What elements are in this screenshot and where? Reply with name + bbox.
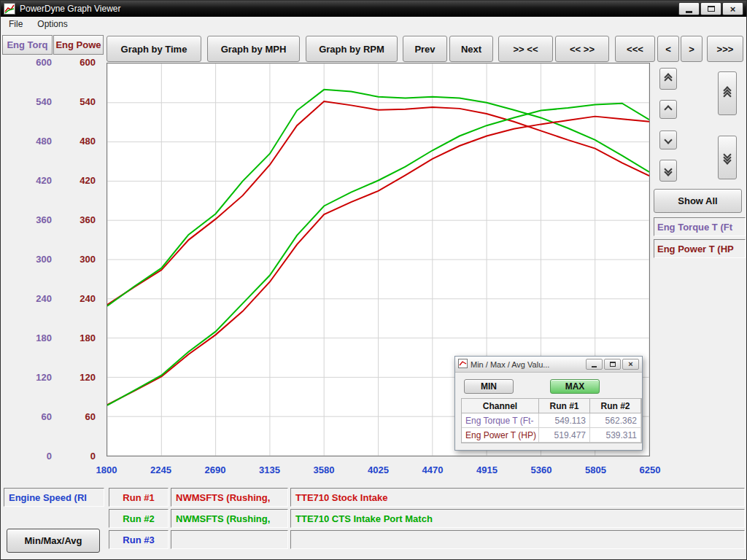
zoom-out-button[interactable]: << >> <box>555 36 609 62</box>
app-icon <box>4 3 15 15</box>
minimize-button[interactable] <box>678 2 700 15</box>
minmax-body: MIN MAX Channel Run #1 Run #2 Eng Torque… <box>455 373 642 450</box>
next-button[interactable]: Next <box>449 36 493 62</box>
restore-icon <box>610 362 616 367</box>
rpm-tick-label: 2690 <box>195 464 236 475</box>
torque-tick-label: 300 <box>1 254 52 265</box>
pan-first-button[interactable]: <<< <box>615 36 655 62</box>
rpm-tick-label: 4915 <box>467 464 508 475</box>
tab-eng-torque[interactable]: Eng Torq <box>2 35 53 55</box>
minmax-run2-value: 539.311 <box>590 428 641 443</box>
torque-tick-label: 60 <box>1 411 52 423</box>
caption-buttons: × <box>678 1 743 17</box>
run-1-label[interactable]: Run #1 <box>109 488 169 507</box>
power-tick-label: 300 <box>56 254 96 265</box>
menu-file[interactable]: File <box>7 18 25 30</box>
pan-last-button[interactable]: >>> <box>707 36 743 62</box>
power-tick-label: 480 <box>56 136 96 147</box>
run-3-source[interactable] <box>171 530 288 549</box>
run-2-description[interactable]: TTE710 CTS Intake Port Match <box>290 509 745 528</box>
power-tick-label: 0 <box>56 451 96 462</box>
run-1-source[interactable]: NWMSFTS (Rushing, <box>171 488 288 507</box>
column-header-run1: Run #1 <box>539 399 590 413</box>
rpm-axis-labels: 1800224526903135358040254470491553605805… <box>107 464 650 478</box>
rpm-tick-label: 5360 <box>521 464 562 475</box>
minimize-icon <box>592 366 597 368</box>
minmax-run1-value: 549.113 <box>539 413 590 428</box>
torque-tick-label: 0 <box>1 451 52 462</box>
rpm-tick-label: 3580 <box>303 464 344 475</box>
rpm-tick-label: 4025 <box>358 464 399 475</box>
zoom-in-button[interactable]: >> << <box>498 36 553 62</box>
power-tick-label: 600 <box>56 57 96 69</box>
power-tick-label: 240 <box>56 293 96 305</box>
maximize-icon <box>708 6 715 12</box>
minmax-window-title: Min / Max / Avg Valu... <box>471 360 586 369</box>
maximize-button[interactable] <box>700 2 721 15</box>
minmax-avg-button[interactable]: Min/Max/Avg <box>7 529 100 553</box>
minmax-window: Min / Max / Avg Valu... × MIN MAX Channe… <box>454 356 643 451</box>
rpm-tick-label: 6250 <box>630 464 670 475</box>
minmax-restore-button[interactable] <box>604 359 621 370</box>
minimize-icon <box>686 11 692 13</box>
run-2-label[interactable]: Run #2 <box>109 509 169 528</box>
menu-bar: File Options <box>1 17 746 31</box>
torque-channel-label[interactable]: Eng Torque T (Ft <box>654 217 746 236</box>
power-tick-label: 360 <box>56 214 96 226</box>
title-bar[interactable]: PowerDyne Graph Viewer × <box>1 1 746 17</box>
run-3-label[interactable]: Run #3 <box>109 530 169 549</box>
rpm-tick-label: 5805 <box>576 464 616 475</box>
pan-right-button[interactable]: > <box>681 36 703 62</box>
rpm-tick-label: 4470 <box>412 464 453 475</box>
torque-tick-label: 480 <box>1 136 52 147</box>
column-header-channel: Channel <box>462 399 539 413</box>
minmax-run1-value: 519.477 <box>539 428 590 443</box>
power-tick-label: 60 <box>56 411 96 423</box>
minmax-table-row: Eng Torque T (Ft-549.113562.362 <box>462 413 641 428</box>
x-axis-channel-field[interactable]: Engine Speed (RI <box>4 488 104 507</box>
graph-by-mph-button[interactable]: Graph by MPH <box>207 36 300 62</box>
minmax-run2-value: 562.362 <box>590 413 641 428</box>
torque-tick-label: 360 <box>1 214 52 226</box>
rpm-tick-label: 2245 <box>141 464 182 475</box>
run-2-source[interactable]: NWMSFTS (Rushing, <box>171 509 288 528</box>
close-button[interactable]: × <box>722 2 743 15</box>
run-3-description[interactable] <box>290 530 745 549</box>
minmax-channel-name: Eng Power T (HP) <box>462 428 539 443</box>
power-axis-labels: 600540480420360300240180120600 <box>56 63 96 456</box>
graph-by-time-button[interactable]: Graph by Time <box>107 36 201 62</box>
scale-up-double-button[interactable] <box>659 68 677 90</box>
minmax-minimize-button[interactable] <box>586 359 603 370</box>
menu-options[interactable]: Options <box>35 18 69 30</box>
minmax-title-bar[interactable]: Min / Max / Avg Valu... × <box>455 357 642 373</box>
torque-tick-label: 420 <box>1 175 52 187</box>
minmax-close-button[interactable]: × <box>622 359 639 370</box>
power-channel-label[interactable]: Eng Power T (HP <box>654 239 746 258</box>
power-tick-label: 120 <box>56 372 96 384</box>
max-toggle-button[interactable]: MAX <box>550 379 600 394</box>
minmax-window-icon <box>458 359 468 370</box>
torque-tick-label: 540 <box>1 96 52 108</box>
pan-up-multi-button[interactable] <box>718 71 737 115</box>
scale-up-button[interactable] <box>659 100 677 119</box>
power-tick-label: 180 <box>56 332 96 344</box>
graph-by-rpm-button[interactable]: Graph by RPM <box>306 36 398 62</box>
scale-down-double-button[interactable] <box>659 160 677 182</box>
min-toggle-button[interactable]: MIN <box>464 379 514 394</box>
show-all-button[interactable]: Show All <box>654 189 742 213</box>
chevron-up-icon <box>664 105 672 113</box>
torque-tick-label: 240 <box>1 293 52 305</box>
prev-button[interactable]: Prev <box>403 36 447 62</box>
run-1-description[interactable]: TTE710 Stock Intake <box>290 488 745 507</box>
minmax-table: Channel Run #1 Run #2 Eng Torque T (Ft-5… <box>461 398 642 443</box>
minmax-header-row: Channel Run #1 Run #2 <box>462 399 641 413</box>
scale-down-button[interactable] <box>659 131 677 149</box>
minmax-caption-buttons: × <box>586 359 639 370</box>
rpm-tick-label: 1800 <box>86 464 127 475</box>
chevron-down-icon <box>664 136 672 144</box>
pan-left-button[interactable]: < <box>657 36 679 62</box>
tab-eng-power[interactable]: Eng Powe <box>53 35 104 55</box>
power-tick-label: 420 <box>56 175 96 187</box>
pan-down-multi-button[interactable] <box>718 136 737 179</box>
minmax-channel-name: Eng Torque T (Ft- <box>462 413 539 428</box>
